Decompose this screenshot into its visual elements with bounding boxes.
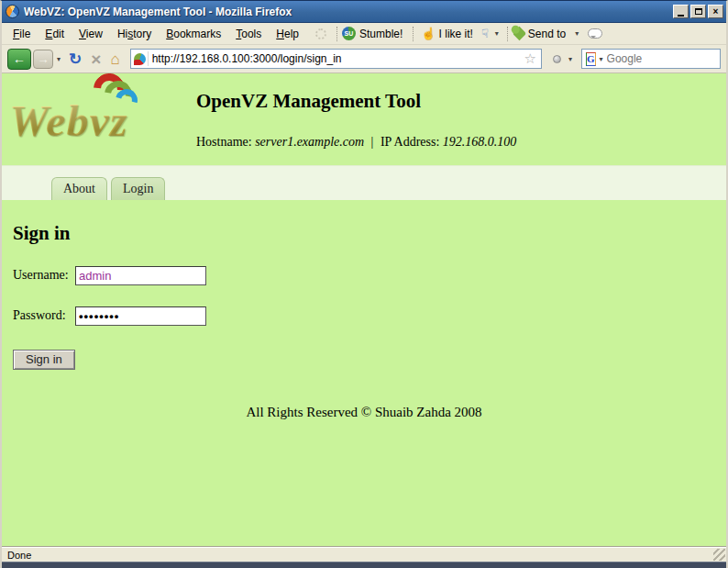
url-bar: ☆ bbox=[130, 49, 542, 69]
signin-heading: Sign in bbox=[13, 222, 726, 245]
throbber-icon bbox=[315, 28, 326, 39]
logo-text: Webvz bbox=[9, 95, 127, 146]
menu-edit[interactable]: Edit bbox=[38, 25, 72, 43]
firefox-icon bbox=[6, 5, 19, 18]
toolbar-separator bbox=[336, 27, 337, 41]
menu-view[interactable]: View bbox=[72, 25, 110, 43]
password-label: Password: bbox=[13, 308, 75, 323]
go-button[interactable] bbox=[553, 55, 561, 63]
search-box: G ▾ bbox=[581, 49, 721, 69]
menu-file[interactable]: File bbox=[6, 25, 38, 43]
webvz-favicon-icon bbox=[134, 53, 146, 65]
tab-strip: AboutLogin bbox=[2, 165, 726, 200]
back-icon: ← bbox=[13, 51, 26, 66]
site-favicon bbox=[134, 51, 149, 66]
send-to-dropdown-caret[interactable]: ▾ bbox=[575, 29, 579, 38]
tab-login[interactable]: Login bbox=[111, 177, 165, 200]
google-engine-icon[interactable]: G bbox=[586, 52, 596, 66]
thumb-up-icon[interactable]: ☝ bbox=[421, 27, 436, 40]
menu-bar: FileEditViewHistoryBookmarksToolsHelp SU… bbox=[2, 23, 726, 45]
page-header: Webvz OpenVZ Management Tool Hostname: s… bbox=[2, 73, 726, 165]
navigation-bar: ← → ▾ ↻ × ⌂ ☆ ▾ G ▾ bbox=[2, 45, 726, 73]
like-button[interactable]: I like it! bbox=[439, 28, 473, 40]
hostname-label: Hostname: bbox=[196, 135, 252, 149]
host-divider: | bbox=[368, 135, 378, 149]
back-button[interactable]: ← bbox=[7, 49, 31, 70]
username-label: Username: bbox=[13, 268, 75, 283]
send-to-icon bbox=[513, 27, 527, 41]
window-title: WebVZ: OpenVZ Management Tool - Mozilla … bbox=[24, 6, 671, 18]
maximize-button[interactable] bbox=[690, 5, 706, 18]
close-icon: × bbox=[713, 7, 719, 17]
copyright-footer: All Rights Reserved © Shuaib Zahda 2008 bbox=[2, 405, 726, 420]
forward-dropdown-caret[interactable]: ▾ bbox=[57, 55, 61, 63]
tab-about[interactable]: About bbox=[51, 177, 107, 200]
thumb-down-icon[interactable]: ☟ bbox=[481, 27, 489, 40]
stumbleupon-icon[interactable]: SU bbox=[342, 27, 356, 40]
status-bar: Done bbox=[2, 547, 726, 562]
menu-tools[interactable]: Tools bbox=[228, 25, 269, 43]
main-content: Sign in Username: Password: Sign in All … bbox=[2, 200, 726, 547]
menu-help[interactable]: Help bbox=[269, 25, 306, 43]
window-bottom-border bbox=[2, 562, 726, 568]
signin-button[interactable]: Sign in bbox=[13, 350, 75, 370]
minimize-icon bbox=[678, 15, 684, 17]
toolbar-separator bbox=[413, 27, 414, 41]
bookmark-star-icon[interactable]: ☆ bbox=[523, 50, 538, 67]
page-viewport: Webvz OpenVZ Management Tool Hostname: s… bbox=[2, 73, 726, 547]
host-info: Hostname: server1.example.com | IP Addre… bbox=[196, 135, 516, 150]
url-input[interactable] bbox=[152, 52, 523, 65]
hostname-value: server1.example.com bbox=[255, 135, 364, 149]
forward-button[interactable]: → bbox=[33, 50, 53, 69]
username-row: Username: bbox=[13, 265, 726, 285]
home-button[interactable]: ⌂ bbox=[110, 51, 119, 67]
ip-label: IP Address: bbox=[381, 135, 439, 149]
password-field[interactable] bbox=[75, 306, 206, 326]
close-button[interactable]: × bbox=[708, 5, 723, 18]
menu-bookmarks[interactable]: Bookmarks bbox=[159, 25, 228, 43]
status-text: Done bbox=[7, 550, 713, 561]
username-field[interactable] bbox=[75, 266, 206, 285]
menu-history[interactable]: History bbox=[110, 25, 159, 43]
search-engine-caret[interactable]: ▾ bbox=[600, 55, 603, 63]
search-input[interactable] bbox=[607, 52, 728, 65]
send-to-button[interactable]: Send to bbox=[528, 28, 566, 40]
webvz-logo: Webvz bbox=[7, 79, 191, 163]
stop-button[interactable]: × bbox=[91, 50, 101, 68]
title-bar: WebVZ: OpenVZ Management Tool - Mozilla … bbox=[2, 1, 726, 23]
forward-icon: → bbox=[38, 52, 50, 66]
ip-value: 192.168.0.100 bbox=[443, 135, 517, 149]
page-title: OpenVZ Management Tool bbox=[196, 90, 516, 113]
menu-items: FileEditViewHistoryBookmarksToolsHelp bbox=[6, 25, 306, 43]
comment-bubble-icon[interactable] bbox=[588, 28, 602, 39]
resize-grip[interactable] bbox=[713, 549, 725, 561]
url-dropdown-caret[interactable]: ▾ bbox=[568, 55, 572, 63]
password-row: Password: bbox=[13, 306, 726, 326]
like-dropdown-caret[interactable]: ▾ bbox=[495, 29, 499, 38]
maximize-icon bbox=[695, 8, 702, 15]
toolbar-separator bbox=[507, 27, 508, 41]
browser-window: WebVZ: OpenVZ Management Tool - Mozilla … bbox=[0, 0, 728, 568]
stumble-button[interactable]: Stumble! bbox=[359, 28, 403, 40]
header-text: OpenVZ Management Tool Hostname: server1… bbox=[196, 90, 516, 150]
minimize-button[interactable] bbox=[673, 5, 689, 18]
refresh-button[interactable]: ↻ bbox=[69, 51, 82, 67]
